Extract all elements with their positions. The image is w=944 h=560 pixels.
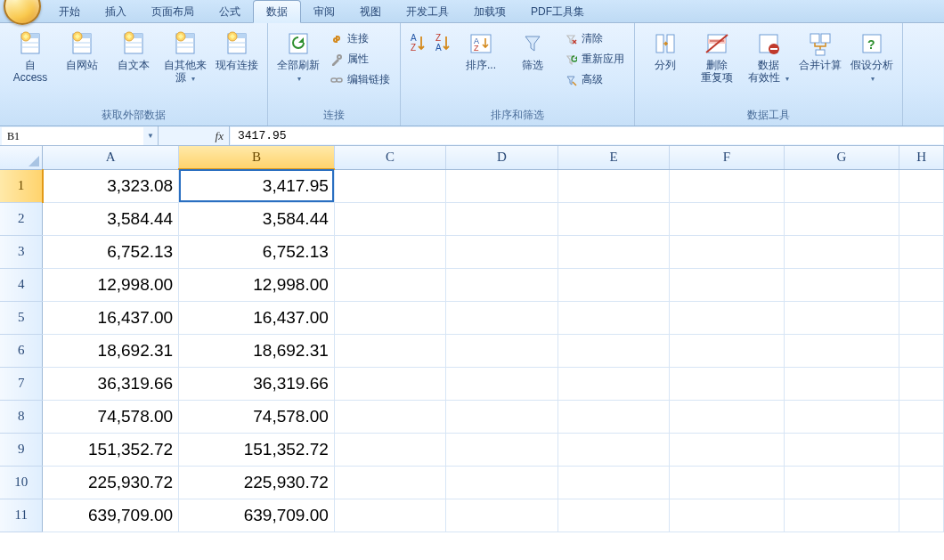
cell-B2[interactable]: 3,584.44	[179, 202, 335, 235]
consolidate-button[interactable]: 合并计算	[795, 27, 845, 72]
cell-A8[interactable]: 74,578.00	[43, 400, 179, 433]
cell-D5[interactable]	[446, 301, 557, 334]
cell-C8[interactable]	[334, 400, 445, 433]
cell-H4[interactable]	[899, 268, 944, 301]
cell-F2[interactable]	[670, 202, 784, 235]
cell-D11[interactable]	[446, 499, 557, 532]
row-header-2[interactable]: 2	[0, 202, 43, 235]
cell-H2[interactable]	[899, 202, 944, 235]
row-header-10[interactable]: 10	[0, 466, 43, 499]
cell-E11[interactable]	[557, 499, 669, 532]
advanced-button[interactable]: 高级	[559, 69, 629, 90]
refresh-all-button[interactable]: 全部刷新 ▾	[273, 27, 323, 86]
column-header-B[interactable]: B	[179, 146, 335, 169]
cell-G4[interactable]	[784, 268, 899, 301]
cell-E3[interactable]	[557, 235, 669, 268]
properties-button[interactable]: 属性	[325, 49, 395, 69]
cell-D1[interactable]	[446, 169, 557, 202]
column-header-A[interactable]: A	[43, 146, 179, 169]
cell-E5[interactable]	[557, 301, 669, 334]
cell-F9[interactable]	[670, 433, 784, 466]
cell-G2[interactable]	[784, 202, 899, 235]
cell-F5[interactable]	[670, 301, 784, 334]
cell-B11[interactable]: 639,709.00	[179, 499, 335, 532]
tab-插入[interactable]: 插入	[93, 1, 139, 22]
from-text-button[interactable]: 自文本	[109, 27, 159, 72]
cell-H5[interactable]	[899, 301, 944, 334]
cell-D4[interactable]	[446, 268, 557, 301]
filter-button[interactable]: 筛选	[508, 27, 557, 72]
cell-B1[interactable]: 3,417.95	[179, 169, 335, 202]
cell-E6[interactable]	[557, 334, 669, 367]
cell-G3[interactable]	[784, 235, 899, 268]
cell-H11[interactable]	[899, 499, 944, 532]
formula-input[interactable]	[231, 127, 943, 144]
cell-E7[interactable]	[557, 367, 669, 400]
remove-dup-button[interactable]: 删除 重复项	[692, 27, 742, 85]
cell-C5[interactable]	[334, 301, 445, 334]
cell-E1[interactable]	[557, 169, 669, 202]
row-header-11[interactable]: 11	[0, 499, 43, 532]
column-header-E[interactable]: E	[557, 146, 669, 169]
tab-审阅[interactable]: 审阅	[301, 1, 347, 22]
cell-H9[interactable]	[899, 433, 944, 466]
tab-加载项[interactable]: 加载项	[461, 1, 518, 22]
cell-B7[interactable]: 36,319.66	[179, 367, 335, 400]
text-to-col-button[interactable]: 分列	[640, 27, 690, 72]
cell-F11[interactable]	[670, 499, 784, 532]
row-header-5[interactable]: 5	[0, 301, 43, 334]
cell-F4[interactable]	[670, 268, 784, 301]
worksheet-grid[interactable]: ABCDEFGH13,323.083,417.9523,584.443,584.…	[0, 146, 944, 560]
reapply-button[interactable]: 重新应用	[559, 49, 629, 69]
cell-G8[interactable]	[784, 400, 899, 433]
cell-F7[interactable]	[670, 367, 784, 400]
cell-E8[interactable]	[557, 400, 669, 433]
cell-H8[interactable]	[899, 400, 944, 433]
cell-C7[interactable]	[334, 367, 445, 400]
tab-数据[interactable]: 数据	[253, 0, 301, 23]
cell-G6[interactable]	[784, 334, 899, 367]
cell-F6[interactable]	[670, 334, 784, 367]
cell-E10[interactable]	[557, 466, 669, 499]
cell-C2[interactable]	[334, 202, 445, 235]
cell-F3[interactable]	[670, 235, 784, 268]
cell-A6[interactable]: 18,692.31	[43, 334, 179, 367]
clear-button[interactable]: 清除	[559, 28, 629, 49]
from-web-button[interactable]: 自网站	[57, 27, 107, 72]
cell-D9[interactable]	[446, 433, 557, 466]
cell-G7[interactable]	[784, 367, 899, 400]
cell-G10[interactable]	[784, 466, 899, 499]
cell-A5[interactable]: 16,437.00	[43, 301, 179, 334]
cell-D6[interactable]	[446, 334, 557, 367]
cell-A2[interactable]: 3,584.44	[43, 202, 179, 235]
cell-C11[interactable]	[334, 499, 445, 532]
row-header-6[interactable]: 6	[0, 334, 43, 367]
row-header-3[interactable]: 3	[0, 235, 43, 268]
tab-页面布局[interactable]: 页面布局	[139, 1, 207, 22]
cell-D8[interactable]	[446, 400, 557, 433]
row-header-8[interactable]: 8	[0, 400, 43, 433]
cell-B10[interactable]: 225,930.72	[179, 466, 335, 499]
cell-B4[interactable]: 12,998.00	[179, 268, 335, 301]
cell-C9[interactable]	[334, 433, 445, 466]
column-header-C[interactable]: C	[334, 146, 445, 169]
cell-B9[interactable]: 151,352.72	[179, 433, 335, 466]
data-valid-button[interactable]: 数据 有效性 ▾	[744, 27, 793, 86]
tab-开发工具[interactable]: 开发工具	[394, 1, 461, 22]
cell-H6[interactable]	[899, 334, 944, 367]
cell-D10[interactable]	[446, 466, 557, 499]
cell-C10[interactable]	[334, 466, 445, 499]
cell-E2[interactable]	[557, 202, 669, 235]
sort-asc-button[interactable]: AZ	[406, 27, 429, 60]
cell-A3[interactable]: 6,752.13	[43, 235, 179, 268]
sort-button[interactable]: AZ排序...	[456, 27, 506, 72]
cell-F8[interactable]	[670, 400, 784, 433]
cell-E4[interactable]	[557, 268, 669, 301]
cell-A11[interactable]: 639,709.00	[43, 499, 179, 532]
cell-H10[interactable]	[899, 466, 944, 499]
cell-A9[interactable]: 151,352.72	[43, 433, 179, 466]
column-header-F[interactable]: F	[670, 146, 784, 169]
row-header-9[interactable]: 9	[0, 433, 43, 466]
row-header-1[interactable]: 1	[0, 169, 43, 202]
cell-G11[interactable]	[784, 499, 899, 532]
